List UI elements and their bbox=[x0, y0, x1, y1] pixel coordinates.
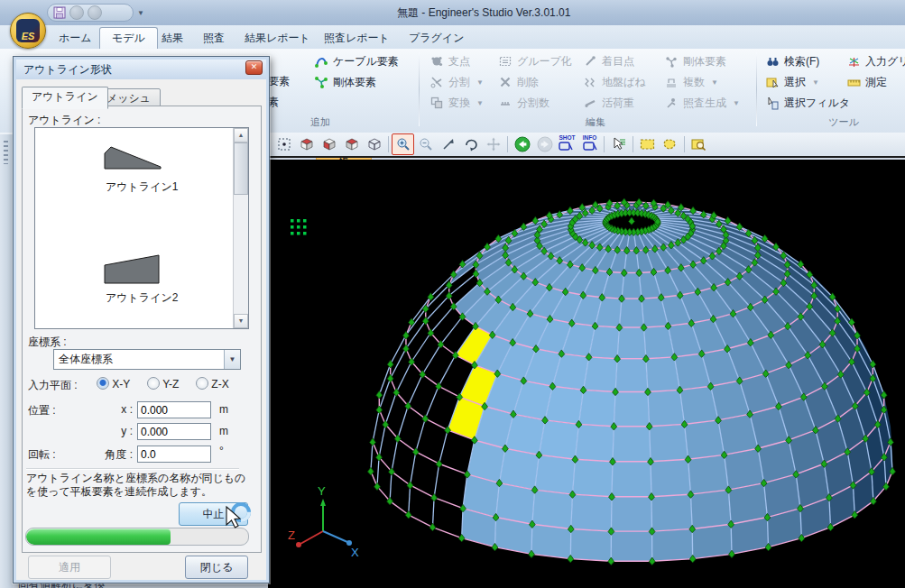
measure-button[interactable]: 測定 bbox=[846, 73, 887, 91]
division-count-button[interactable]: 分割数 bbox=[498, 94, 549, 112]
view-cube-top-icon[interactable] bbox=[318, 133, 340, 155]
radio-zx[interactable]: Z-X bbox=[196, 377, 229, 390]
view-previous-icon[interactable] bbox=[511, 133, 533, 155]
ground-spring-button[interactable]: 地盤ばね bbox=[583, 73, 646, 91]
tab-home[interactable]: ホーム bbox=[47, 29, 104, 47]
cable-element-button[interactable]: ケーブル要素 bbox=[314, 52, 399, 70]
check-generate-button[interactable]: 照査生成▼ bbox=[664, 94, 740, 112]
view-cube-wire-icon[interactable] bbox=[363, 133, 385, 155]
radio-yz-icon[interactable] bbox=[147, 377, 160, 390]
quick-access-toolbar bbox=[47, 4, 134, 22]
rigid-body-gray-icon bbox=[664, 54, 679, 69]
delete-icon bbox=[498, 75, 513, 89]
dialog-title: アウトライン形状 bbox=[23, 62, 112, 78]
division-count-icon bbox=[498, 96, 513, 110]
model-info-icon[interactable]: INFO bbox=[578, 133, 601, 155]
split-button[interactable]: 分割▼ bbox=[429, 73, 484, 91]
scroll-up-icon[interactable]: ▲ bbox=[234, 128, 248, 142]
panel-grip[interactable] bbox=[4, 141, 8, 164]
tab-results[interactable]: 結果 bbox=[150, 29, 195, 47]
zoom-in-icon[interactable] bbox=[392, 133, 414, 155]
x-unit: m bbox=[219, 403, 228, 416]
outline-list-label: アウトライン : bbox=[28, 113, 100, 128]
group-button[interactable]: グループ化 bbox=[498, 52, 572, 70]
select-filter-button[interactable]: 選択フィルタ bbox=[765, 94, 850, 112]
zoom-extents-icon[interactable] bbox=[272, 133, 295, 155]
zoom-out-icon[interactable] bbox=[414, 133, 437, 155]
outline1-label[interactable]: アウトライン1 bbox=[106, 179, 178, 195]
dialog-close-icon[interactable]: ✕ bbox=[245, 60, 263, 75]
rotation-label: 回転 : bbox=[28, 447, 56, 463]
zoom-region-icon[interactable] bbox=[688, 133, 710, 155]
window-title: 無題 - Engineer's Studio Ver.3.01.01 bbox=[397, 5, 570, 21]
radio-yz[interactable]: Y-Z bbox=[147, 377, 179, 390]
model-viewport[interactable]: Y Z X bbox=[268, 160, 905, 588]
qat-dropdown-icon[interactable]: ▼ bbox=[137, 9, 144, 17]
redo-button[interactable] bbox=[88, 5, 102, 20]
x-label: x : bbox=[115, 403, 133, 416]
focus-point-button[interactable]: 着目点 bbox=[583, 52, 634, 70]
radio-zx-icon[interactable] bbox=[196, 377, 208, 390]
select-button[interactable]: 選択▼ bbox=[765, 73, 819, 91]
search-button[interactable]: 検索(F) bbox=[765, 52, 819, 70]
scroll-down-icon[interactable]: ▼ bbox=[234, 314, 248, 328]
ribbon-tab-row: ホーム モデル 結果 照査 結果レポート 照査レポート プラグイン bbox=[0, 25, 905, 49]
coord-system-combobox[interactable]: 全体座標系 ▼ bbox=[53, 349, 241, 370]
delete-button[interactable]: 削除 bbox=[498, 73, 539, 91]
outline1-shape bbox=[103, 144, 166, 171]
live-load-button[interactable]: 活荷重 bbox=[583, 94, 634, 112]
angle-input[interactable] bbox=[137, 446, 211, 463]
coord-system-value: 全体座標系 bbox=[54, 352, 224, 367]
rigid-body-icon bbox=[314, 75, 328, 89]
apply-button[interactable]: 適用 bbox=[28, 556, 111, 579]
angle-unit: ° bbox=[219, 445, 224, 457]
rect-select-icon[interactable] bbox=[636, 133, 659, 155]
lasso-select-icon[interactable] bbox=[659, 133, 681, 155]
input-plane-label: 入力平面 : bbox=[28, 378, 78, 393]
y-input[interactable] bbox=[137, 423, 211, 440]
save-icon[interactable] bbox=[53, 6, 66, 19]
support-button[interactable]: 支点 bbox=[429, 52, 470, 70]
axis-y-label: Y bbox=[318, 484, 326, 498]
view-cube-front-icon[interactable] bbox=[295, 133, 318, 155]
x-input[interactable] bbox=[137, 401, 211, 418]
select-dropdown-icon[interactable]: ▼ bbox=[812, 78, 819, 87]
listbox-scrollbar[interactable]: ▲ ▼ bbox=[233, 128, 248, 328]
multiple-button[interactable]: 複数▼ bbox=[664, 73, 718, 91]
tab-result-report[interactable]: 結果レポート bbox=[233, 29, 322, 47]
undo-button[interactable] bbox=[69, 5, 84, 20]
radio-xy-icon[interactable] bbox=[97, 377, 109, 390]
view-next-icon[interactable] bbox=[533, 133, 556, 155]
close-button[interactable]: 閉じる bbox=[185, 556, 248, 579]
outline2-label[interactable]: アウトライン2 bbox=[106, 290, 178, 306]
tab-check-report[interactable]: 照査レポート bbox=[312, 29, 402, 47]
view-cube-back-icon[interactable] bbox=[340, 133, 363, 155]
zoom-window-icon[interactable] bbox=[437, 133, 459, 155]
rotate-view-icon[interactable] bbox=[459, 133, 482, 155]
multiple-icon bbox=[664, 75, 679, 89]
screenshot-icon[interactable]: SHOT bbox=[556, 133, 578, 155]
progress-bar bbox=[25, 528, 249, 546]
y-label: y : bbox=[115, 425, 133, 437]
search-binoculars-icon bbox=[765, 54, 780, 69]
outline-listbox[interactable]: アウトライン1 アウトライン2 ▲ ▼ bbox=[34, 127, 249, 329]
rigid-element-edit-button[interactable]: 剛体要素 bbox=[664, 52, 726, 70]
application-menu-button[interactable]: ES bbox=[10, 13, 46, 49]
select-cursor-icon[interactable] bbox=[607, 133, 630, 155]
y-unit: m bbox=[219, 425, 228, 437]
scrollbar-thumb[interactable] bbox=[234, 142, 248, 195]
convert-button[interactable]: 変換▼ bbox=[429, 94, 484, 112]
tab-check[interactable]: 照査 bbox=[191, 29, 236, 47]
rigid-element-button[interactable]: 剛体要素 bbox=[314, 73, 376, 91]
position-label: 位置 : bbox=[28, 403, 56, 418]
tab-plugin[interactable]: プラグイン bbox=[397, 29, 476, 47]
dialog-title-bar[interactable]: アウトライン形状 bbox=[16, 60, 266, 79]
radio-xy[interactable]: X-Y bbox=[97, 377, 130, 390]
left-panel-strip[interactable] bbox=[0, 134, 14, 588]
combobox-dropdown-icon[interactable]: ▼ bbox=[224, 350, 240, 369]
tab-outline-shape[interactable]: アウトライン bbox=[22, 87, 108, 109]
input-grid-button[interactable]: 入力グリ bbox=[846, 52, 905, 70]
pan-icon[interactable] bbox=[482, 133, 504, 155]
axis-triad: Y Z X bbox=[288, 484, 359, 559]
coord-system-label: 座標系 : bbox=[28, 335, 67, 350]
